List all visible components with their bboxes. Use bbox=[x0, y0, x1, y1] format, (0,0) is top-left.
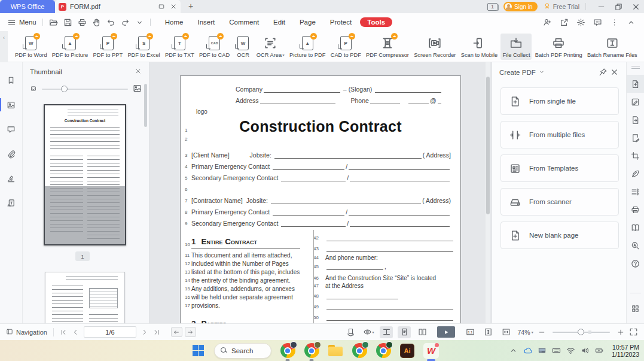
settings-gear-icon[interactable] bbox=[576, 18, 585, 27]
back-button[interactable] bbox=[171, 327, 182, 337]
page-thumbnail-1[interactable]: Construction Contract bbox=[44, 104, 126, 245]
app-home-tab[interactable]: WPS Office bbox=[0, 0, 55, 13]
taskbar-chrome[interactable] bbox=[376, 343, 391, 359]
close-icon[interactable] bbox=[610, 68, 619, 77]
forward-button[interactable] bbox=[185, 327, 196, 337]
tab-insert[interactable]: Insert bbox=[191, 17, 221, 28]
zoom-level[interactable]: 74%▾ bbox=[517, 329, 533, 336]
ribbon-cad-to-pdf[interactable]: PCAD to PDF bbox=[329, 34, 363, 60]
taskbar-search[interactable]: Search bbox=[214, 343, 271, 359]
rail-stamp-feather[interactable] bbox=[627, 165, 644, 183]
restore-icon[interactable] bbox=[614, 2, 623, 11]
taskbar-chrome[interactable] bbox=[352, 343, 367, 359]
create-pdf-from-scanner[interactable]: From scanner bbox=[500, 188, 619, 216]
fit-width-button[interactable] bbox=[499, 326, 512, 338]
page-indicator[interactable]: 1/6 bbox=[84, 326, 136, 338]
rail-doc-add[interactable] bbox=[627, 75, 644, 93]
taskbar-clock[interactable]: 10:57 PM 1/11/2023 bbox=[612, 344, 639, 358]
collapse-panel-button[interactable]: ‹ bbox=[0, 31, 8, 62]
ribbon-pdf-to-word[interactable]: WPDF to Word bbox=[13, 34, 49, 60]
zoom-out-button[interactable] bbox=[538, 329, 545, 336]
next-page-icon[interactable] bbox=[141, 329, 148, 336]
rail-print[interactable] bbox=[627, 201, 644, 219]
document-scrollbar[interactable] bbox=[486, 62, 490, 323]
undo-icon[interactable] bbox=[106, 18, 115, 27]
slider-thumb[interactable] bbox=[61, 86, 68, 92]
rail-search-text[interactable] bbox=[627, 236, 644, 254]
form-blank-line[interactable] bbox=[350, 221, 450, 227]
more-vertical-icon[interactable] bbox=[610, 18, 619, 27]
close-icon[interactable] bbox=[170, 3, 177, 10]
view-single-button[interactable] bbox=[398, 326, 411, 338]
zoom-in-button[interactable] bbox=[617, 329, 624, 336]
form-blank-line[interactable] bbox=[274, 153, 422, 159]
document-tab[interactable]: P FORM.pdf bbox=[55, 0, 181, 13]
rail-crop[interactable] bbox=[627, 147, 644, 165]
ribbon-picture-to-pdf[interactable]: ▲Picture to PDF bbox=[288, 34, 327, 60]
rotate-page-button[interactable] bbox=[344, 326, 357, 338]
sidebar-thumbnail[interactable] bbox=[0, 98, 23, 112]
form-blank-line[interactable] bbox=[438, 98, 441, 104]
form-blank-line[interactable] bbox=[349, 210, 450, 216]
ribbon-ocr[interactable]: WOCR bbox=[233, 34, 254, 60]
zoom-slider-thumb[interactable] bbox=[578, 329, 584, 335]
rail-doc-export[interactable] bbox=[627, 111, 644, 129]
rail-columns-settings[interactable] bbox=[627, 183, 644, 201]
create-pdf-from-templates[interactable]: From Templates bbox=[500, 154, 619, 182]
tab-page[interactable]: Page bbox=[294, 17, 322, 28]
form-blank-line[interactable] bbox=[326, 315, 453, 321]
panel-drag-handle[interactable] bbox=[631, 66, 640, 69]
first-page-icon[interactable] bbox=[60, 329, 67, 336]
tab-tools[interactable]: Tools bbox=[360, 17, 392, 27]
tab-home[interactable]: Home bbox=[159, 17, 190, 28]
actual-size-button[interactable]: 1:1 bbox=[463, 326, 477, 338]
close-icon[interactable] bbox=[135, 68, 142, 75]
onedrive-icon[interactable] bbox=[523, 346, 532, 355]
thumbnail-size-slider[interactable] bbox=[42, 89, 128, 90]
window-icon[interactable] bbox=[158, 3, 165, 10]
rail-booklet[interactable] bbox=[627, 219, 644, 236]
taskbar-file-explorer[interactable] bbox=[328, 343, 343, 359]
caret-down-icon[interactable] bbox=[538, 68, 545, 75]
share-icon[interactable] bbox=[560, 18, 569, 27]
ribbon-pdf-to-picture[interactable]: ▲PDF to Picture bbox=[50, 34, 90, 60]
keyboard-icon[interactable] bbox=[552, 346, 561, 355]
wifi-icon[interactable] bbox=[566, 346, 575, 355]
eye-button[interactable]: ▾ bbox=[362, 326, 375, 338]
form-blank-line[interactable] bbox=[326, 246, 453, 252]
image-large-icon[interactable] bbox=[133, 84, 142, 93]
page-thumbnail-2[interactable] bbox=[45, 272, 125, 323]
document-area[interactable]: Company – (Slogan) AddressPhone@logoCons… bbox=[150, 62, 492, 323]
form-blank-line[interactable] bbox=[326, 235, 453, 241]
ribbon-pdf-to-excel[interactable]: SPDF to Excel bbox=[126, 34, 161, 60]
taskbar-windows-start[interactable] bbox=[190, 343, 206, 359]
image-small-icon[interactable] bbox=[30, 85, 37, 92]
form-blank-line[interactable] bbox=[350, 175, 450, 181]
ribbon-pdf-to-cad[interactable]: CADPDF to CAD bbox=[197, 34, 231, 60]
taskbar-wps[interactable]: W bbox=[423, 343, 439, 359]
taskbar-chrome[interactable] bbox=[304, 343, 319, 359]
pdf-page[interactable]: Company – (Slogan) AddressPhone@logoCons… bbox=[180, 75, 461, 323]
window-count-badge[interactable]: 1 bbox=[487, 3, 498, 11]
ribbon-batch-pdf-printing[interactable]: Batch PDF Printing bbox=[533, 34, 584, 60]
thumbnail-scrollbar[interactable] bbox=[144, 84, 147, 127]
form-blank-line[interactable] bbox=[370, 98, 400, 104]
view-continuous-button[interactable] bbox=[380, 326, 393, 338]
create-pdf-from-single-file[interactable]: From single file bbox=[500, 87, 619, 115]
create-pdf-new-blank-page[interactable]: New blank page bbox=[500, 222, 619, 249]
save-icon[interactable] bbox=[63, 18, 72, 27]
form-blank-line[interactable] bbox=[326, 264, 383, 270]
ribbon-file-collect[interactable]: File Collect bbox=[500, 34, 532, 60]
form-blank-line[interactable] bbox=[349, 164, 450, 170]
form-blank-line[interactable] bbox=[273, 164, 344, 170]
taskbar-illustrator[interactable]: Ai bbox=[399, 343, 415, 359]
close-icon[interactable] bbox=[631, 2, 640, 11]
print-icon[interactable] bbox=[78, 18, 87, 27]
form-blank-line[interactable] bbox=[281, 221, 346, 227]
minimize-icon[interactable] bbox=[597, 2, 606, 11]
tab-protect[interactable]: Protect bbox=[324, 17, 358, 28]
feedback-icon[interactable] bbox=[593, 18, 602, 27]
fullscreen-button[interactable] bbox=[629, 327, 638, 336]
hand-tool-icon[interactable] bbox=[92, 18, 101, 27]
menu-button[interactable]: Menu bbox=[0, 18, 42, 27]
